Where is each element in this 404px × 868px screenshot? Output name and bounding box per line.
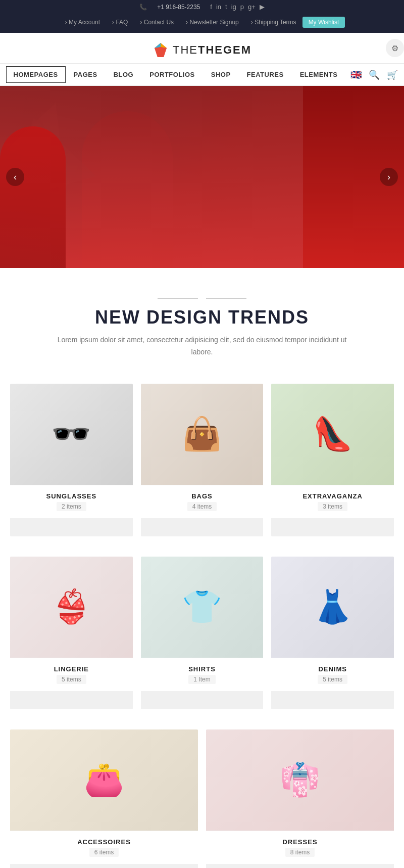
category-card-sunglasses[interactable]: 🕶️ SUNGLASSES 2 items [10,384,133,536]
category-count-denims: 5 items [318,675,347,684]
search-icon[interactable]: 🔍 [369,69,380,80]
cart-icon[interactable]: 🛒 [387,69,398,80]
denims-icon: 👗 [271,557,394,658]
sunglasses-icon: 🕶️ [10,384,133,485]
nav-pages[interactable]: PAGES [66,64,106,85]
section-divider [10,298,394,299]
category-card-accessoires[interactable]: 👛 ACCESSOIRES 6 items [10,729,198,868]
category-card-bags[interactable]: 👜 BAGS 4 items [141,384,264,536]
logo[interactable]: THETHEGEM [153,42,251,58]
category-card-denims[interactable]: 👗 DENIMS 5 items [271,557,394,709]
category-card-lingerie[interactable]: 👙 LINGERIE 5 items [10,557,133,709]
section-title: NEW DESIGN TRENDS [10,307,394,328]
instagram-icon[interactable]: ig [231,3,236,11]
category-name-lingerie: LINGERIE [18,665,125,673]
settings-icon[interactable]: ⚙ [386,39,404,57]
category-name-extravaganza: EXTRAVAGANZA [279,492,386,500]
category-count-sunglasses: 2 items [57,502,86,511]
shipping-link[interactable]: › Shipping Terms [245,18,302,27]
nav-shop[interactable]: SHOP [203,64,239,85]
category-count-shirts: 1 Item [188,675,215,684]
category-footer-sunglasses [10,518,133,536]
accessoires-icon: 👛 [10,729,198,831]
nav-right-icons: 🇬🇧 🔍 🛒 [350,69,398,80]
nav-features[interactable]: FEATURES [239,64,292,85]
shirts-icon: 👕 [141,557,264,658]
category-info-sunglasses: SUNGLASSES 2 items [10,485,133,518]
category-footer-dresses [206,864,394,868]
twitter-icon[interactable]: t [225,3,227,11]
nav-portfolios[interactable]: PORTFOLIOS [141,64,203,85]
linkedin-icon[interactable]: in [216,3,221,11]
logo-text: THETHEGEM [173,43,251,57]
category-info-shirts: SHIRTS 1 Item [141,658,264,691]
category-img-sunglasses: 🕶️ [10,384,133,485]
hero-person-right [0,126,66,268]
category-count-dresses: 8 items [285,848,315,857]
category-footer-denims [271,691,394,709]
facebook-icon[interactable]: f [210,3,212,11]
wishlist-button[interactable]: My Wishlist [302,17,345,28]
category-card-dresses[interactable]: 👘 DRESSES 8 items [206,729,394,868]
logo-area: THETHEGEM ⚙ [0,33,404,63]
topbar-phone-social: 📞 +1 916-85-2235 f in t ig p g+ ▶ [0,0,404,14]
category-info-dresses: DRESSES 8 items [206,831,394,864]
product-grid-row1: 🕶️ SUNGLASSES 2 items 👜 BAGS 4 items 👠 E… [0,374,404,557]
category-name-denims: DENIMS [279,665,386,673]
category-img-lingerie: 👙 [10,557,133,658]
pinterest-icon[interactable]: p [240,3,244,11]
phone-number: +1 916-85-2235 [157,4,200,11]
category-count-accessoires: 6 items [89,848,119,857]
product-grid-row2: 👙 LINGERIE 5 items 👕 SHIRTS 1 Item 👗 DEN… [0,557,404,729]
category-info-denims: DENIMS 5 items [271,658,394,691]
flag-uk-icon[interactable]: 🇬🇧 [350,69,362,80]
slider-next-button[interactable]: › [380,168,398,186]
category-name-sunglasses: SUNGLASSES [18,492,125,500]
category-card-extravaganza[interactable]: 👠 EXTRAVAGANZA 3 items [271,384,394,536]
category-name-shirts: SHIRTS [149,665,256,673]
nav-homepages[interactable]: HOMEPAGES [6,66,66,83]
dresses-icon: 👘 [206,729,394,831]
section-title-area: NEW DESIGN TRENDS Lorem ipsum dolor sit … [0,268,404,374]
category-count-lingerie: 5 items [57,675,86,684]
nav-blog[interactable]: BLOG [106,64,142,85]
divider-line-left [158,298,198,299]
product-grid-row3: 👛 ACCESSOIRES 6 items 👘 DRESSES 8 items [0,729,404,868]
extravaganza-icon: 👠 [271,384,394,485]
category-footer-shirts [141,691,264,709]
category-count-extravaganza: 3 items [318,502,347,511]
category-footer-lingerie [10,691,133,709]
category-card-shirts[interactable]: 👕 SHIRTS 1 Item [141,557,264,709]
slide-1 [0,86,404,268]
bags-icon: 👜 [141,384,264,485]
category-img-bags: 👜 [141,384,264,485]
category-info-lingerie: LINGERIE 5 items [10,658,133,691]
category-img-dresses: 👘 [206,729,394,831]
nav-elements[interactable]: ELEMENTS [292,64,346,85]
gem-logo-icon [153,42,169,58]
divider-line-right [206,298,246,299]
category-name-accessoires: ACCESSOIRES [18,838,190,846]
contactus-link[interactable]: › Contact Us [134,18,180,27]
svg-marker-3 [155,47,167,57]
category-footer-accessoires [10,864,198,868]
section-subtitle: Lorem ipsum dolor sit amet, consectetur … [50,334,354,358]
category-footer-extravaganza [271,518,394,536]
category-info-bags: BAGS 4 items [141,485,264,518]
category-img-accessoires: 👛 [10,729,198,831]
youtube-icon[interactable]: ▶ [260,3,265,11]
faq-link[interactable]: › FAQ [106,18,134,27]
lingerie-icon: 👙 [10,557,133,658]
slider-track [0,86,404,268]
main-nav: HOMEPAGES PAGES BLOG PORTFOLIOS SHOP FEA… [0,63,404,86]
category-img-denims: 👗 [271,557,394,658]
category-img-shirts: 👕 [141,557,264,658]
hero-slider: ‹ › [0,86,404,268]
category-count-bags: 4 items [187,502,217,511]
newsletter-link[interactable]: › Newsletter Signup [180,18,245,27]
slider-prev-button[interactable]: ‹ [6,168,24,186]
myaccount-link[interactable]: › My Account [59,18,106,27]
nav-links-row: › My Account › FAQ › Contact Us › Newsle… [0,14,404,33]
category-info-extravaganza: EXTRAVAGANZA 3 items [271,485,394,518]
googleplus-icon[interactable]: g+ [248,3,256,11]
